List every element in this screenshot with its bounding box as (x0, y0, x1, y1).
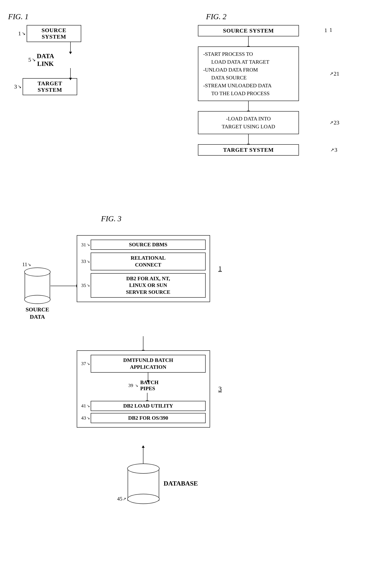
fig3-v-arrow-1 (143, 336, 144, 350)
fig1-target-box: TARGET SYSTEM (23, 78, 77, 95)
big-box-1: 31 ↘ SOURCE DBMS 33 ↘ RELATIONAL CONNECT… (77, 235, 210, 302)
fig2-label3: 3 (334, 147, 337, 153)
source-data-cylinder (24, 268, 51, 304)
db-bottom (127, 494, 160, 504)
fig2-tick23: ↗ (330, 120, 333, 125)
fig3-label11: 11 ↘ (22, 261, 31, 268)
fig1-arrow1 (70, 42, 71, 52)
fig2-label1: 1 (324, 27, 327, 33)
fig1-arrow2 (70, 68, 71, 78)
fig2-label1-num: 1 (329, 27, 332, 33)
fig3-label33: 33 (81, 259, 86, 264)
fig3-label35: 35 (81, 283, 86, 288)
fig2-title: FIG. 2 (206, 12, 347, 21)
fig2-arrow3 (248, 134, 249, 144)
fig3-area: FIG. 3 SOURCE DATA (8, 214, 361, 510)
fig1-label5: 5 (28, 57, 31, 63)
db-cylinder (127, 464, 160, 504)
fig2-step2-line2: TARGET USING LOAD (203, 123, 294, 131)
fig1-title: FIG. 1 (8, 12, 133, 21)
fig3-title: FIG. 3 (101, 214, 361, 223)
fig2-arrow1 (248, 36, 249, 46)
fig3-label37: 37 (81, 361, 86, 366)
fig1-label3: 3 (14, 83, 17, 90)
fig3-label45: 45 ↗ (117, 496, 126, 502)
fig2-tick21: ↗ (330, 71, 333, 76)
big-box-3-label: 3 (218, 385, 222, 393)
database-label: DATABASE (164, 480, 198, 487)
fig2-step1-line4: DATA SOURCE (211, 74, 294, 82)
fig1-label1: 1 (18, 30, 21, 37)
fig2-label23: 23 (334, 119, 339, 126)
fig3-db2source-box: DB2 FOR AIX, NT, LINUX OR SUN SERVER SOU… (91, 273, 205, 298)
tick1a: ↘ (22, 31, 25, 36)
fig2-step1-line3: -UNLOAD DATA FROM (203, 66, 294, 74)
fig1-source-box: SOURCE SYSTEM (27, 25, 81, 42)
fig2-source-box: SOURCE SYSTEM (198, 25, 299, 36)
db-top (127, 464, 160, 474)
big-box-3: 37 ↘ DMTFUNLD BATCH APPLICATION 39 ↘ (77, 350, 210, 428)
fig2-step21-box: -START PROCESS TO LOAD DATA AT TARGET -U… (198, 46, 299, 101)
fig2-area: FIG. 2 SOURCE SYSTEM 1 1 -START PROCESS … (166, 12, 347, 155)
fig2-arrow2 (248, 101, 249, 111)
fig2-step1-line5: -STREAM UNLOADED DATA (203, 82, 294, 90)
fig3-label43: 43 (81, 415, 86, 421)
fig2-target-box: TARGET SYSTEM (198, 144, 299, 155)
fig3-source-dbms-box: SOURCE DBMS (91, 240, 205, 250)
fig3-label41: 41 (81, 403, 86, 409)
fig3-batch-pipes-label: BATCH PIPES (140, 380, 159, 392)
tick5: ↘ (32, 57, 36, 62)
tick3a: ↘ (18, 84, 21, 89)
fig2-content: SOURCE SYSTEM 1 1 -START PROCESS TO LOAD… (178, 25, 319, 155)
fig3-db2os390-box: DB2 FOR OS/390 (91, 413, 205, 423)
h-arrow-source (51, 286, 77, 286)
fig2-step2-line1: -LOAD DATA INTO (203, 115, 294, 123)
fig3-label39: 39 (128, 383, 133, 388)
fig2-step1-line1: -START PROCESS TO (203, 50, 294, 58)
cyl-bottom (24, 295, 51, 304)
fig3-relational-box: RELATIONAL CONNECT (91, 253, 205, 270)
page: FIG. 1 1 ↘ SOURCE SYSTEM 5 ↘ DATA LINK (0, 0, 369, 588)
fig3-content: SOURCE DATA 11 ↘ 31 ↘ SOURCE DB (20, 227, 303, 510)
fig1-area: FIG. 1 1 ↘ SOURCE SYSTEM 5 ↘ DATA LINK (8, 12, 133, 95)
fig2-tick3: ↗ (330, 147, 334, 153)
source-data-group: SOURCE DATA 11 ↘ (24, 268, 51, 321)
cyl-top (24, 268, 51, 276)
fig3-label31: 31 (81, 242, 86, 248)
fig3-dmtfunld-box: DMTFUNLD BATCH APPLICATION (91, 355, 205, 373)
fig3-v-arrow-batch (147, 393, 147, 401)
fig2-label21: 21 (334, 71, 339, 77)
big-box-1-label: 1 (218, 265, 222, 272)
source-data-label: SOURCE DATA (24, 306, 51, 321)
fig3-v-arrow-2 (143, 447, 144, 464)
fig2-step1-line2: LOAD DATA AT TARGET (211, 58, 294, 66)
fig2-step1-line6: TO THE LOAD PROCESS (211, 90, 294, 97)
fig1-content: 1 ↘ SOURCE SYSTEM 5 ↘ DATA LINK (8, 25, 93, 95)
fig2-step23-box: -LOAD DATA INTO TARGET USING LOAD (198, 111, 299, 134)
fig3-db2load-box: DB2 LOAD UTILITY (91, 401, 205, 411)
fig1-datalink: DATA LINK (37, 52, 54, 68)
database-group: 45 ↗ DATABASE (127, 464, 160, 504)
